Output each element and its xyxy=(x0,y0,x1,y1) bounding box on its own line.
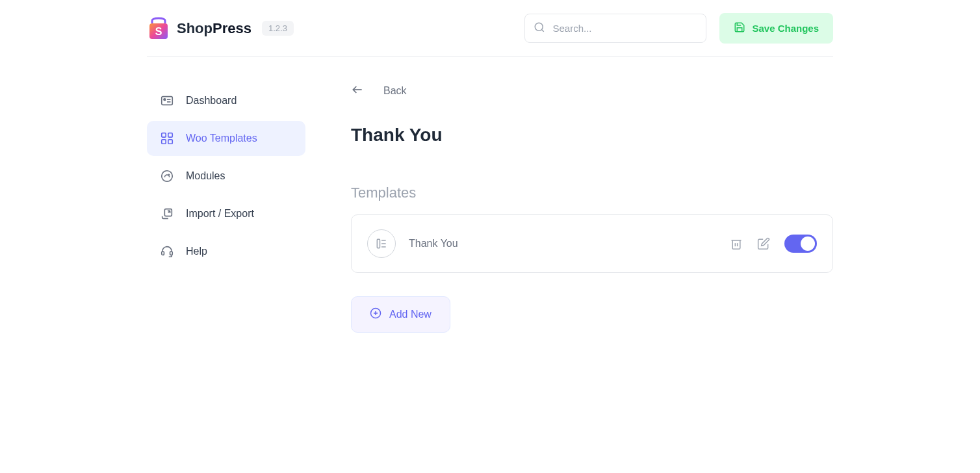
logo-area: S ShopPress 1.2.3 xyxy=(147,17,294,40)
logo-text: ShopPress xyxy=(177,20,251,37)
sidebar-item-modules[interactable]: Modules xyxy=(147,159,305,194)
plus-circle-icon xyxy=(370,307,381,322)
section-title: Templates xyxy=(351,185,833,201)
help-icon xyxy=(160,244,174,259)
modules-icon xyxy=(160,169,174,183)
svg-rect-8 xyxy=(162,133,166,137)
sidebar-item-label: Help xyxy=(186,246,207,257)
import-export-icon xyxy=(160,207,174,221)
svg-rect-11 xyxy=(168,140,172,144)
version-badge: 1.2.3 xyxy=(262,21,294,36)
sidebar-item-help[interactable]: Help xyxy=(147,234,305,269)
logo[interactable]: S ShopPress xyxy=(147,17,251,40)
sidebar: Dashboard Woo Templates xyxy=(147,83,305,333)
search-input[interactable] xyxy=(524,14,706,43)
logo-icon: S xyxy=(147,17,170,40)
svg-point-5 xyxy=(164,99,166,101)
svg-rect-9 xyxy=(168,133,172,137)
svg-rect-15 xyxy=(170,251,173,255)
dashboard-icon xyxy=(160,94,174,108)
search-box xyxy=(524,14,706,43)
template-name: Thank You xyxy=(409,238,458,249)
svg-rect-10 xyxy=(162,140,166,144)
sidebar-item-import-export[interactable]: Import / Export xyxy=(147,196,305,231)
content: Back Thank You Templates Thank You xyxy=(351,83,833,333)
template-card: Thank You xyxy=(351,214,833,273)
svg-rect-14 xyxy=(162,251,164,255)
page-title: Thank You xyxy=(351,125,833,146)
sidebar-item-label: Import / Export xyxy=(186,208,254,220)
add-new-button[interactable]: Add New xyxy=(351,296,450,333)
sidebar-item-label: Modules xyxy=(186,170,225,182)
svg-rect-4 xyxy=(162,97,173,105)
sidebar-item-dashboard[interactable]: Dashboard xyxy=(147,83,305,118)
arrow-left-icon xyxy=(351,83,364,99)
sidebar-item-label: Dashboard xyxy=(186,95,237,107)
search-icon xyxy=(534,21,545,36)
sidebar-item-label: Woo Templates xyxy=(186,133,257,144)
svg-line-3 xyxy=(542,29,544,31)
header: S ShopPress 1.2.3 xyxy=(147,0,833,57)
back-link[interactable]: Back xyxy=(351,83,833,99)
template-info: Thank You xyxy=(367,229,458,258)
svg-rect-17 xyxy=(377,239,380,248)
add-new-label: Add New xyxy=(389,309,432,320)
delete-icon[interactable] xyxy=(730,237,743,250)
save-icon xyxy=(734,21,745,35)
save-changes-button[interactable]: Save Changes xyxy=(719,13,833,44)
back-label: Back xyxy=(383,85,407,97)
save-button-label: Save Changes xyxy=(752,23,819,34)
edit-icon[interactable] xyxy=(757,237,770,250)
sidebar-item-woo-templates[interactable]: Woo Templates xyxy=(147,121,305,156)
svg-point-2 xyxy=(535,23,543,31)
templates-icon xyxy=(160,131,174,146)
template-actions xyxy=(730,235,817,253)
svg-point-12 xyxy=(162,171,173,182)
template-toggle[interactable] xyxy=(784,235,817,253)
template-type-icon xyxy=(367,229,396,258)
header-right: Save Changes xyxy=(524,13,833,44)
svg-text:S: S xyxy=(155,26,162,37)
